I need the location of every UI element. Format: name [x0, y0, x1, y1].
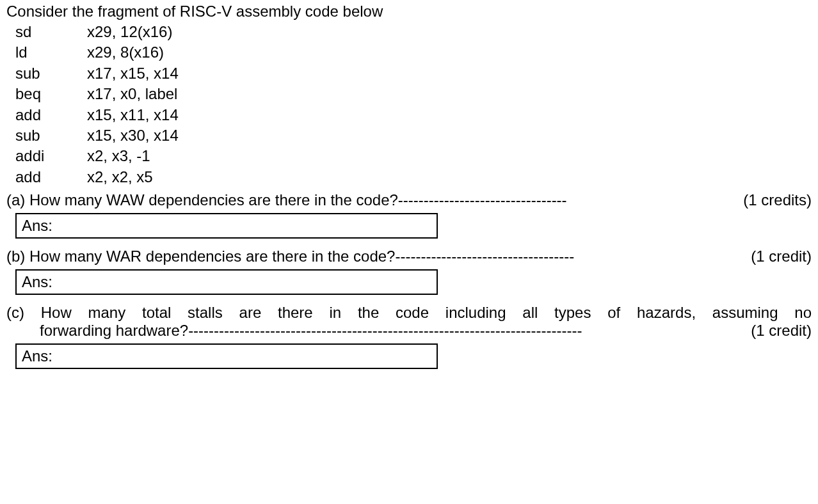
asm-mnemonic: add — [15, 105, 87, 125]
asm-operands: x15, x11, x14 — [87, 105, 179, 125]
asm-row: addi x2, x3, -1 — [15, 146, 179, 166]
answer-box-b[interactable]: Ans: — [15, 269, 438, 295]
question-c-credits: (1 credit) — [751, 322, 812, 340]
asm-operands: x2, x2, x5 — [87, 167, 179, 187]
asm-mnemonic: addi — [15, 146, 87, 166]
asm-row: sd x29, 12(x16) — [15, 22, 179, 42]
answer-prefix: Ans: — [22, 273, 52, 290]
asm-operands: x29, 8(x16) — [87, 42, 179, 63]
answer-box-a[interactable]: Ans: — [15, 213, 438, 239]
question-b-text: (b) How many WAR dependencies are there … — [6, 248, 395, 265]
question-a: (a) How many WAW dependencies are there … — [6, 191, 812, 239]
question-a-text: (a) How many WAW dependencies are there … — [6, 191, 398, 209]
question-c-line2: forwarding hardware? -------------------… — [6, 322, 812, 340]
asm-row: beq x17, x0, label — [15, 84, 179, 104]
dash-fill: --------------------------------- — [398, 191, 743, 209]
question-c-line1: (c) How many total stalls are there in t… — [6, 304, 812, 322]
question-b-line: (b) How many WAR dependencies are there … — [6, 248, 812, 265]
intro-text: Consider the fragment of RISC-V assembly… — [6, 3, 812, 20]
asm-row: sub x15, x30, x14 — [15, 125, 179, 146]
asm-operands: x17, x15, x14 — [87, 63, 179, 84]
question-c: (c) How many total stalls are there in t… — [6, 304, 812, 369]
asm-mnemonic: sd — [15, 22, 87, 42]
question-b: (b) How many WAR dependencies are there … — [6, 248, 812, 295]
asm-mnemonic: sub — [15, 63, 87, 84]
question-b-credits: (1 credit) — [751, 248, 812, 265]
dash-fill: ----------------------------------------… — [188, 322, 751, 340]
asm-operands: x17, x0, label — [87, 84, 179, 104]
asm-operands: x2, x3, -1 — [87, 146, 179, 166]
question-c-text2: forwarding hardware? — [40, 322, 188, 340]
asm-row: add x2, x2, x5 — [15, 167, 179, 187]
asm-row: add x15, x11, x14 — [15, 105, 179, 125]
asm-row: sub x17, x15, x14 — [15, 63, 179, 84]
asm-mnemonic: beq — [15, 84, 87, 104]
answer-prefix: Ans: — [22, 347, 52, 365]
assembly-code-block: sd x29, 12(x16) ld x29, 8(x16) sub x17, … — [15, 22, 179, 187]
dash-fill: ----------------------------------- — [395, 248, 751, 265]
question-a-line: (a) How many WAW dependencies are there … — [6, 191, 812, 209]
answer-box-c[interactable]: Ans: — [15, 343, 438, 369]
document-page: Consider the fragment of RISC-V assembly… — [0, 0, 818, 391]
asm-mnemonic: ld — [15, 42, 87, 63]
asm-row: ld x29, 8(x16) — [15, 42, 179, 63]
asm-mnemonic: sub — [15, 125, 87, 146]
asm-operands: x29, 12(x16) — [87, 22, 179, 42]
answer-prefix: Ans: — [22, 217, 52, 234]
asm-operands: x15, x30, x14 — [87, 125, 179, 146]
asm-mnemonic: add — [15, 167, 87, 187]
question-a-credits: (1 credits) — [743, 191, 812, 209]
